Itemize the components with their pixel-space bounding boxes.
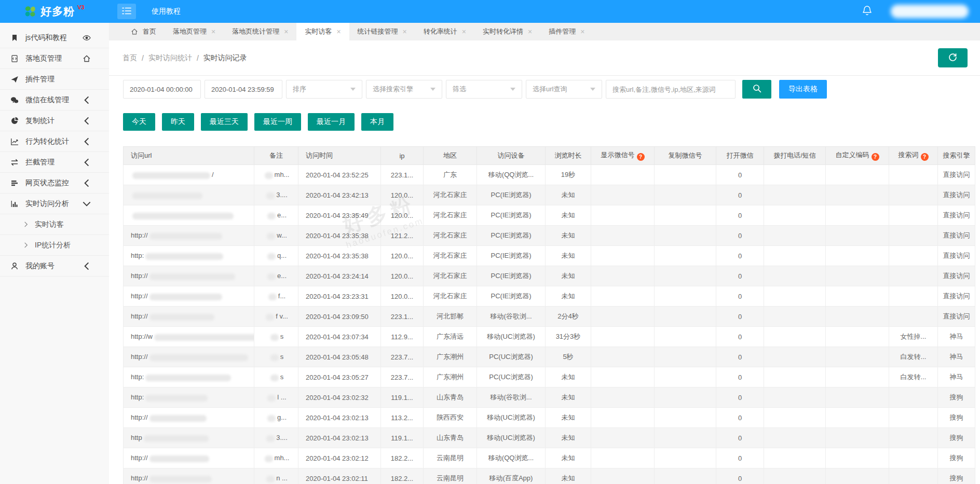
- quick-range-button[interactable]: 本月: [361, 113, 393, 131]
- refresh-button[interactable]: [938, 48, 968, 67]
- cell-url: http:: [124, 246, 254, 266]
- search-button[interactable]: [742, 80, 771, 99]
- redacted-blur: [267, 395, 276, 402]
- close-icon[interactable]: ×: [336, 28, 341, 35]
- cell-url: http://: [124, 468, 254, 484]
- cell-show-wechat: [591, 205, 655, 226]
- cell-region: 河北石家庄: [424, 266, 477, 286]
- sidebar-item-wechat-online-mgmt[interactable]: 微信在线管理: [0, 90, 109, 110]
- cell-keyword: [889, 286, 938, 307]
- redacted-blur: [149, 314, 214, 321]
- quick-range-button[interactable]: 昨天: [162, 113, 194, 131]
- help-icon[interactable]: ?: [637, 153, 645, 161]
- table-row: 3....2020-01-04 23:42:13120.0...河北石家庄PC(…: [124, 185, 975, 205]
- date-start-input[interactable]: [123, 80, 201, 99]
- cell-url: http:: [124, 388, 254, 408]
- quick-range-bar: 今天昨天最近三天最近一周最近一月本月: [123, 113, 980, 131]
- close-icon[interactable]: ×: [284, 28, 288, 35]
- sidebar-item-my-account[interactable]: 我的账号: [0, 256, 109, 276]
- search-input[interactable]: [606, 80, 736, 99]
- sidebar-item-intercept-mgmt[interactable]: 拦截管理: [0, 152, 109, 173]
- close-icon[interactable]: ×: [211, 28, 215, 35]
- clover-logo-icon: [23, 5, 37, 18]
- cell-show-wechat: [591, 286, 655, 307]
- url-prefix: http: [131, 434, 142, 441]
- quick-range-button[interactable]: 最近三天: [201, 113, 248, 131]
- cell-call-sms: [764, 185, 826, 205]
- cell-show-wechat: [591, 367, 655, 388]
- cell-open-wechat: 0: [716, 226, 764, 246]
- sidebar-item-landing-page-mgmt[interactable]: 落地页管理: [0, 48, 109, 69]
- redacted-blur: [268, 294, 277, 300]
- cell-ip: 119.1...: [381, 388, 424, 408]
- url-prefix: http:: [131, 393, 144, 401]
- tab-stats-link-mgmt[interactable]: 统计链接管理×: [349, 23, 415, 40]
- sidebar-item-plugin-mgmt[interactable]: 插件管理: [0, 69, 109, 90]
- cell-show-wechat: [591, 185, 655, 205]
- caret-down-icon: [590, 88, 595, 91]
- cell-engine: 直接访问: [938, 185, 975, 205]
- cell-open-wechat: 0: [716, 205, 764, 226]
- tab-home[interactable]: 首页: [122, 23, 165, 40]
- quick-range-button[interactable]: 最近一周: [254, 113, 301, 131]
- tab-conversion-rate-stats[interactable]: 转化率统计×: [415, 23, 474, 40]
- date-end-input[interactable]: [205, 80, 282, 99]
- column-header-open-wechat: 打开微信: [716, 147, 764, 165]
- cell-time: 2020-01-04 23:42:13: [298, 185, 381, 205]
- breadcrumb-item[interactable]: 实时访问统计: [148, 53, 192, 63]
- sidebar-item-js-code-tutorial[interactable]: js代码和教程: [0, 27, 109, 48]
- user-account-blurred[interactable]: [891, 5, 969, 18]
- tab-plugin-mgmt[interactable]: 插件管理×: [540, 23, 593, 40]
- sidebar-subitem-ip-stats-analysis[interactable]: IP统计分析: [0, 235, 109, 256]
- cell-call-sms: [764, 226, 826, 246]
- redacted-blur: [266, 435, 275, 442]
- close-icon[interactable]: ×: [580, 28, 584, 35]
- select-search-engine[interactable]: 选择搜索引擎: [366, 80, 442, 99]
- content-panel: 排序选择搜索引擎筛选选择url查询 导出表格 今天昨天最近三天最近一周最近一月本…: [109, 76, 980, 484]
- cell-custom-code: [826, 286, 889, 307]
- notifications-button[interactable]: [862, 5, 872, 18]
- cell-copy-wechat: [655, 408, 716, 428]
- tutorial-link[interactable]: 使用教程: [152, 7, 181, 16]
- cell-call-sms: [764, 468, 826, 484]
- cell-url: http://: [124, 347, 254, 367]
- export-table-button[interactable]: 导出表格: [779, 80, 827, 99]
- monitor-icon: [10, 179, 19, 187]
- table-row: e...2020-01-04 23:35:49120.0...河北石家庄PC(I…: [124, 205, 975, 226]
- column-header-copy-wechat: 复制微信号: [655, 147, 716, 165]
- breadcrumb-item: 实时访问记录: [203, 53, 247, 63]
- breadcrumb-item[interactable]: 首页: [122, 53, 137, 63]
- select-url-query[interactable]: 选择url查询: [526, 80, 602, 99]
- help-icon[interactable]: ?: [872, 153, 879, 161]
- sidebar-item-copy-stats[interactable]: 复制统计: [0, 110, 109, 131]
- cell-time: 2020-01-04 23:52:25: [298, 165, 381, 185]
- cell-show-wechat: [591, 468, 655, 484]
- sidebar-subitem-realtime-visitors[interactable]: 实时访客: [0, 214, 109, 235]
- url-prefix: http:: [131, 373, 144, 381]
- tab-landing-page-mgmt[interactable]: 落地页管理×: [165, 23, 224, 40]
- redacted-blur: [149, 354, 248, 361]
- home-icon[interactable]: [83, 54, 91, 63]
- sidebar-item-behavior-conversion-stats[interactable]: 行为转化统计: [0, 131, 109, 152]
- select-sort[interactable]: 排序: [286, 80, 362, 99]
- select-filter[interactable]: 筛选: [446, 80, 522, 99]
- cell-device: PC(IE浏览器): [477, 286, 546, 307]
- url-prefix: http:: [131, 252, 144, 259]
- tab-landing-page-stats-mgmt[interactable]: 落地页统计管理×: [224, 23, 296, 40]
- cell-device: PC(IE浏览器): [477, 185, 546, 205]
- quick-range-button[interactable]: 今天: [123, 113, 155, 131]
- logo-text: 好多粉: [40, 4, 75, 19]
- sidebar-item-page-status-monitor[interactable]: 网页状态监控: [0, 173, 109, 193]
- close-icon[interactable]: ×: [528, 28, 532, 35]
- quick-range-button[interactable]: 最近一月: [308, 113, 355, 131]
- close-icon[interactable]: ×: [403, 28, 407, 35]
- close-icon[interactable]: ×: [462, 28, 466, 35]
- redacted-blur: [270, 375, 279, 381]
- eye-icon[interactable]: [83, 34, 91, 42]
- table-row: http://f...2020-01-04 23:23:31120.0...河北…: [124, 286, 975, 307]
- sidebar-item-realtime-visit-analysis[interactable]: 实时访问分析: [0, 193, 109, 214]
- sidebar-collapse-button[interactable]: [117, 4, 136, 19]
- tab-realtime-visitors[interactable]: 实时访客×: [296, 23, 349, 40]
- help-icon[interactable]: ?: [921, 153, 929, 161]
- tab-realtime-conversion-detail[interactable]: 实时转化详情×: [474, 23, 540, 40]
